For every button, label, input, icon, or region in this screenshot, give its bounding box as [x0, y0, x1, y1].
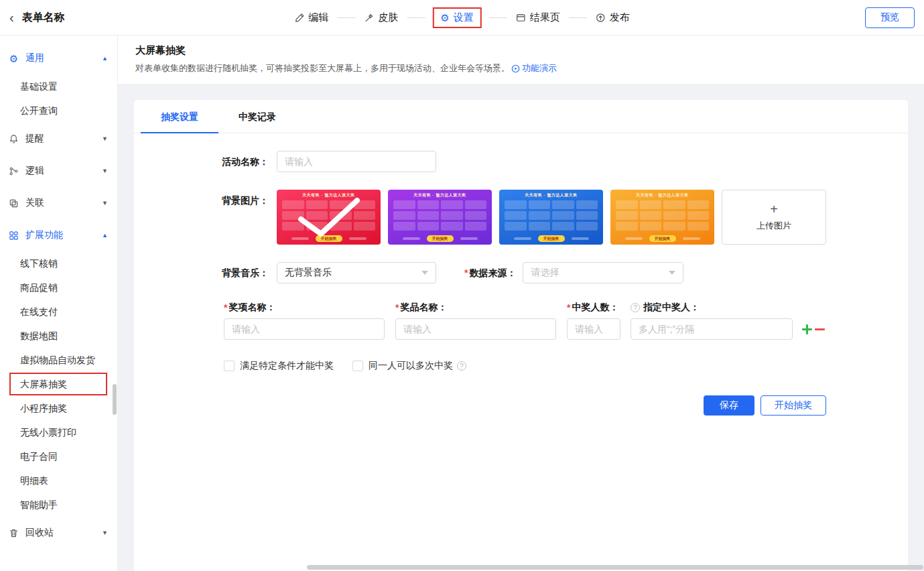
designated-winner-label: 指定中奖人：: [643, 302, 700, 314]
sidebar-item-public-query[interactable]: 公开查询: [0, 99, 117, 123]
upload-image-button[interactable]: + 上传图片: [722, 190, 826, 245]
background-image-label: 背景图片：: [134, 190, 277, 245]
activity-name-input[interactable]: [277, 151, 436, 172]
form-title: 表单名称: [22, 11, 65, 25]
page-title: 大屏幕抽奖: [135, 44, 907, 57]
sidebar-section-general[interactable]: ⚙ 通用 ▲: [0, 42, 117, 74]
selected-check-icon: [294, 195, 364, 239]
winner-count-group: * 中奖人数：: [567, 301, 620, 340]
required-mark: *: [395, 302, 399, 313]
background-template-purple[interactable]: 天天有奖 · 魅力达人派大奖 开始抽奖: [388, 190, 492, 245]
nav-result-page[interactable]: 结果页: [515, 8, 562, 27]
prize-name-label: 奖品名称：: [400, 302, 447, 314]
horizontal-scrollbar[interactable]: [307, 565, 923, 570]
back-icon[interactable]: ‹: [9, 11, 14, 24]
nav-edit-label: 编辑: [308, 11, 328, 24]
nav-publish-label: 发布: [610, 11, 630, 24]
start-lottery-button[interactable]: 开始抽奖: [761, 395, 826, 416]
sidebar-item-ai-assistant[interactable]: 智能助手: [0, 493, 117, 517]
nav-publish[interactable]: 发布: [594, 8, 631, 27]
background-template-blue[interactable]: 天天有奖 · 魅力达人派大奖 开始抽奖: [499, 190, 603, 245]
template-start-pill: 开始抽奖: [427, 235, 454, 242]
edit-icon: [294, 13, 304, 23]
winner-count-input[interactable]: [567, 318, 620, 340]
nav-skin[interactable]: 皮肤: [362, 8, 399, 27]
sidebar-item-e-contract[interactable]: 电子合同: [0, 444, 117, 468]
background-image-options: 天天有奖 · 魅力达人派大奖 开始抽奖 天天有奖 · 魅力达人派大奖 开始抽奖 …: [277, 190, 826, 245]
plus-icon: +: [770, 202, 778, 216]
required-mark: *: [567, 302, 570, 313]
sidebar-item-virtual-goods-delivery[interactable]: 虚拟物品自动发货: [0, 348, 117, 372]
extensions-grid-icon: [8, 231, 19, 241]
feature-demo-link[interactable]: 功能演示: [511, 62, 557, 74]
logic-icon: [8, 166, 19, 176]
sidebar-item-basic-settings[interactable]: 基础设置: [0, 74, 117, 99]
sidebar-item-wireless-receipt-print[interactable]: 无线小票打印: [0, 420, 117, 444]
sidebar-item-mini-program-lottery[interactable]: 小程序抽奖: [0, 396, 117, 420]
sidebar-section-reminder[interactable]: 提醒 ▼: [0, 123, 117, 155]
play-circle-icon: [511, 64, 520, 73]
activity-name-label: 活动名称：: [134, 151, 277, 172]
trash-icon: [8, 528, 19, 538]
checkbox[interactable]: [352, 361, 363, 371]
sidebar-section-label: 提醒: [25, 133, 44, 145]
template-banner-text: 天天有奖 · 魅力达人派大奖: [499, 190, 603, 198]
condition-checkbox-group[interactable]: 满足特定条件才能中奖: [224, 360, 334, 372]
background-music-select[interactable]: 无背景音乐: [277, 262, 436, 283]
tab-bar: 抽奖设置 中奖记录: [134, 100, 908, 133]
prize-name-input[interactable]: [395, 318, 556, 340]
template-banner-text: 天天有奖 · 魅力达人派大奖: [388, 190, 492, 198]
sidebar-section-label: 逻辑: [25, 165, 44, 177]
template-start-pill: 开始抽奖: [538, 235, 565, 242]
sidebar-scrollbar[interactable]: [113, 384, 117, 415]
expand-arrow-icon: ▼: [102, 529, 108, 536]
tab-winning-records[interactable]: 中奖记录: [218, 100, 296, 133]
required-mark: *: [464, 262, 468, 283]
background-template-orange[interactable]: 天天有奖 · 魅力达人派大奖 开始抽奖: [610, 190, 714, 245]
sidebar-section-extensions[interactable]: 扩展功能 ▲: [0, 219, 117, 251]
sidebar-item-offline-verification[interactable]: 线下核销: [0, 251, 117, 275]
designated-winner-group: ? 指定中奖人：: [631, 301, 825, 340]
award-name-input[interactable]: [224, 318, 385, 340]
caret-down-icon: [421, 271, 428, 275]
main-content: 大屏幕抽奖 对表单收集的数据进行随机抽奖，可将抽奖投影至大屏幕上，多用于现场活动…: [118, 36, 924, 571]
background-music-value: 无背景音乐: [285, 267, 332, 279]
expand-arrow-icon: ▼: [102, 168, 108, 174]
nav-settings[interactable]: ⚙ 设置: [432, 7, 481, 28]
sidebar-item-big-screen-lottery[interactable]: 大屏幕抽奖: [0, 372, 117, 396]
background-template-red[interactable]: 天天有奖 · 魅力达人派大奖 开始抽奖: [277, 190, 381, 245]
sidebar-section-relation[interactable]: 关联 ▼: [0, 187, 117, 219]
remove-award-icon[interactable]: [815, 324, 825, 334]
feature-demo-link-label: 功能演示: [522, 62, 557, 74]
gear-icon: ⚙: [8, 54, 19, 64]
designated-winner-input[interactable]: [631, 318, 793, 340]
multi-win-checkbox-group[interactable]: 同一人可以多次中奖 ?: [352, 360, 466, 372]
settings-card: 抽奖设置 中奖记录 活动名称： 背景图片： 天天有奖 · 魅力达人派大奖: [134, 100, 908, 571]
gear-icon: ⚙: [440, 13, 449, 23]
sidebar-section-logic[interactable]: 逻辑 ▼: [0, 155, 117, 187]
award-name-label: 奖项名称：: [228, 302, 275, 314]
award-name-group: * 奖项名称：: [224, 301, 385, 340]
nav-edit[interactable]: 编辑: [293, 8, 330, 27]
sidebar-section-label: 关联: [25, 197, 44, 209]
sidebar-item-product-promotion[interactable]: 商品促销: [0, 275, 117, 300]
sidebar-section-recycle-bin[interactable]: 回收站 ▼: [0, 517, 117, 549]
save-button[interactable]: 保存: [704, 395, 754, 416]
tab-lottery-settings[interactable]: 抽奖设置: [141, 100, 218, 133]
nav-divider: [337, 17, 355, 18]
upload-image-label: 上传图片: [756, 220, 791, 232]
checkbox[interactable]: [224, 361, 235, 371]
lottery-settings-form: 活动名称： 背景图片： 天天有奖 · 魅力达人派大奖 开始抽奖: [134, 133, 908, 416]
help-icon[interactable]: ?: [631, 303, 640, 312]
data-source-select[interactable]: 请选择: [523, 262, 683, 283]
required-mark: *: [224, 302, 227, 313]
nav-divider: [489, 17, 507, 18]
add-award-icon[interactable]: [802, 324, 812, 334]
sidebar-item-online-payment[interactable]: 在线支付: [0, 300, 117, 324]
sidebar-item-data-map[interactable]: 数据地图: [0, 324, 117, 348]
expand-arrow-icon: ▼: [102, 200, 108, 206]
nav-result-page-label: 结果页: [530, 11, 560, 24]
preview-button[interactable]: 预览: [865, 7, 915, 28]
help-icon[interactable]: ?: [457, 361, 466, 371]
sidebar-item-detail-table[interactable]: 明细表: [0, 468, 117, 493]
